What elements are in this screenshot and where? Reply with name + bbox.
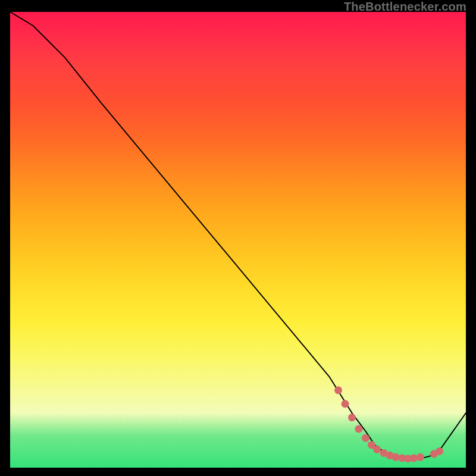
chart-stage: TheBottlenecker.com xyxy=(0,0,476,476)
plot-area xyxy=(10,12,466,468)
highlight-dot xyxy=(334,386,342,394)
highlight-marker-group xyxy=(334,386,443,462)
highlight-dot xyxy=(348,414,356,421)
curve-layer xyxy=(10,12,466,468)
highlight-dot xyxy=(416,453,424,461)
highlight-dot xyxy=(373,446,381,453)
highlight-dot xyxy=(362,434,369,442)
highlight-dot xyxy=(436,447,443,455)
bottleneck-curve xyxy=(10,12,466,459)
highlight-dot xyxy=(341,400,349,408)
highlight-dot xyxy=(355,425,362,433)
